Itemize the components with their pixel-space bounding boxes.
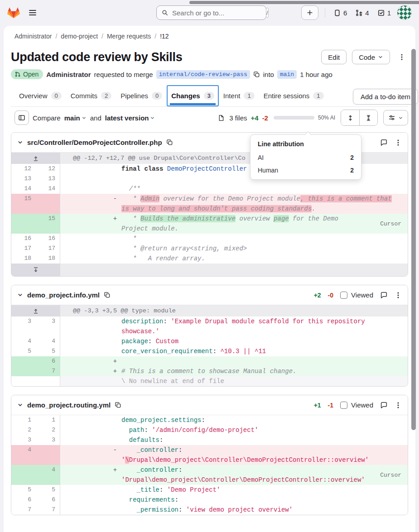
user-avatar[interactable]	[397, 5, 412, 20]
target-version-dropdown[interactable]: latest version	[105, 114, 155, 122]
new-line-number[interactable]: 15	[36, 214, 60, 234]
tab-entire-sessions[interactable]: Entire sessions1	[259, 85, 328, 106]
new-line-number[interactable]: 5	[36, 485, 60, 495]
diff-line-content[interactable]: +	[60, 356, 408, 366]
vertical-scrollbar[interactable]	[411, 49, 416, 430]
edit-button[interactable]: Edit	[321, 50, 347, 64]
file-comment-icon[interactable]	[380, 291, 388, 299]
breadcrumb-project[interactable]: demo-project	[61, 33, 98, 40]
todos-counter[interactable]: 1	[376, 8, 393, 18]
new-line-number[interactable]: 4	[36, 465, 60, 485]
gitlab-logo-icon[interactable]	[7, 7, 20, 19]
old-line-number[interactable]: 3	[11, 316, 36, 336]
tab-commits[interactable]: Commits2	[66, 85, 116, 106]
old-line-number[interactable]: 3	[11, 435, 36, 445]
file-options-kebab-icon[interactable]	[395, 292, 402, 299]
old-line-number[interactable]: 7	[11, 505, 36, 515]
file-path[interactable]: src/Controller/DemoProjectController.php	[27, 139, 162, 146]
viewed-toggle[interactable]: Viewed	[340, 291, 373, 299]
horizontal-scrollbar[interactable]	[189, 1, 419, 4]
file-comment-icon[interactable]	[380, 401, 388, 409]
new-line-number[interactable]: 6	[36, 356, 60, 366]
source-branch-ref[interactable]: internal/code-review-pass	[156, 70, 250, 79]
old-line-number[interactable]: 17	[11, 244, 36, 254]
mr-actions-kebab-icon[interactable]	[395, 52, 408, 62]
new-line-number[interactable]: 4	[36, 336, 60, 346]
expand-up-button[interactable]	[11, 305, 60, 316]
file-options-kebab-icon[interactable]	[395, 139, 402, 146]
copy-path-icon[interactable]	[115, 402, 121, 408]
diff-line-content[interactable]: _permission: 'view demo project overview…	[60, 505, 408, 515]
old-line-number[interactable]	[11, 465, 36, 485]
old-line-number[interactable]: 4	[11, 336, 36, 346]
diff-line-content[interactable]: +# This is a comment to showcase Manual …	[60, 366, 408, 376]
file-path[interactable]: demo_project.info.yml	[27, 291, 100, 299]
old-line-number[interactable]	[11, 376, 36, 386]
collapse-all-files-button[interactable]	[359, 110, 377, 125]
old-line-number[interactable]: 15	[11, 194, 36, 214]
issues-counter[interactable]: 6	[332, 8, 349, 18]
file-collapse-chevron-icon[interactable]	[17, 402, 23, 408]
old-line-number[interactable]: 16	[11, 234, 36, 244]
old-line-number[interactable]: 4	[11, 445, 36, 465]
ai-attribution-bar[interactable]	[274, 116, 314, 120]
new-line-number[interactable]: 3	[36, 316, 60, 336]
new-line-number[interactable]: 18	[36, 254, 60, 264]
diff-line-content[interactable]: * A render array.	[60, 254, 408, 264]
diff-line-content[interactable]: + _controller: 'Drupal\demo_project\Cont…	[60, 465, 408, 485]
breadcrumb-group[interactable]: Administrator	[14, 33, 52, 40]
new-line-number[interactable]: 3	[36, 435, 60, 445]
diff-line-content[interactable]: * @return array<string, mixed>	[60, 244, 408, 254]
viewed-checkbox[interactable]	[340, 292, 347, 299]
old-line-number[interactable]: 13	[11, 174, 36, 184]
file-browser-toggle-button[interactable]	[14, 110, 29, 125]
diff-line-content[interactable]: \ No newline at end of file	[60, 376, 408, 386]
diff-preferences-dropdown[interactable]	[383, 110, 408, 125]
diff-line-content[interactable]: _title: 'Demo Project'	[60, 485, 408, 495]
tab-changes[interactable]: Changes3	[167, 85, 219, 106]
source-version-dropdown[interactable]: main	[64, 114, 87, 122]
copy-path-icon[interactable]	[166, 139, 173, 146]
target-branch-ref[interactable]: main	[277, 70, 297, 79]
add-todo-button[interactable]: Add a to-do item	[353, 89, 418, 105]
new-line-number[interactable]: 7	[36, 366, 60, 376]
old-line-number[interactable]	[11, 214, 36, 234]
diff-line-content[interactable]: package: Custom	[60, 336, 408, 346]
old-line-number[interactable]: 12	[11, 164, 36, 174]
old-line-number[interactable]: 1	[11, 415, 36, 425]
new-line-number[interactable]: 12	[36, 164, 60, 174]
diff-line-content[interactable]: core_version_requirement: ^10.3 || ^11	[60, 346, 408, 356]
old-line-number[interactable]: 5	[11, 485, 36, 495]
file-options-kebab-icon[interactable]	[395, 402, 402, 409]
expand-up-button[interactable]	[11, 153, 60, 164]
new-line-number[interactable]: 1	[36, 415, 60, 425]
old-line-number[interactable]: 6	[11, 495, 36, 505]
code-dropdown-button[interactable]: Code	[352, 50, 390, 64]
diff-line-content[interactable]: + * Builds the administrative overview p…	[60, 214, 408, 234]
viewed-checkbox[interactable]	[340, 402, 347, 409]
global-search[interactable]: /	[156, 5, 266, 20]
diff-line-content[interactable]: path: '/admin/config/demo-project'	[60, 425, 408, 435]
old-line-number[interactable]	[11, 366, 36, 376]
diff-line-content[interactable]: *	[60, 234, 408, 244]
file-comment-icon[interactable]	[380, 139, 388, 146]
tab-pipelines[interactable]: Pipelines0	[116, 85, 167, 106]
diff-line-content[interactable]: requirements:	[60, 495, 408, 505]
old-line-number[interactable]	[11, 356, 36, 366]
new-line-number[interactable]: 14	[36, 184, 60, 194]
diff-line-content[interactable]: defaults:	[60, 435, 408, 445]
old-line-number[interactable]: 2	[11, 425, 36, 435]
new-line-number[interactable]: 2	[36, 425, 60, 435]
diff-line-content[interactable]: demo_project.settings:	[60, 415, 408, 425]
copy-path-icon[interactable]	[104, 292, 111, 298]
new-line-number[interactable]: 6	[36, 495, 60, 505]
file-path[interactable]: demo_project.routing.yml	[27, 401, 111, 409]
tab-intent[interactable]: Intent1	[219, 85, 259, 106]
expand-all-files-button[interactable]	[341, 110, 359, 125]
new-line-number[interactable]	[36, 376, 60, 386]
copy-branch-icon[interactable]	[253, 71, 260, 78]
new-line-number[interactable]: 17	[36, 244, 60, 254]
file-collapse-chevron-icon[interactable]	[17, 139, 23, 145]
tab-overview[interactable]: Overview0	[14, 85, 66, 106]
breadcrumb-mr-id[interactable]: !12	[160, 33, 169, 40]
